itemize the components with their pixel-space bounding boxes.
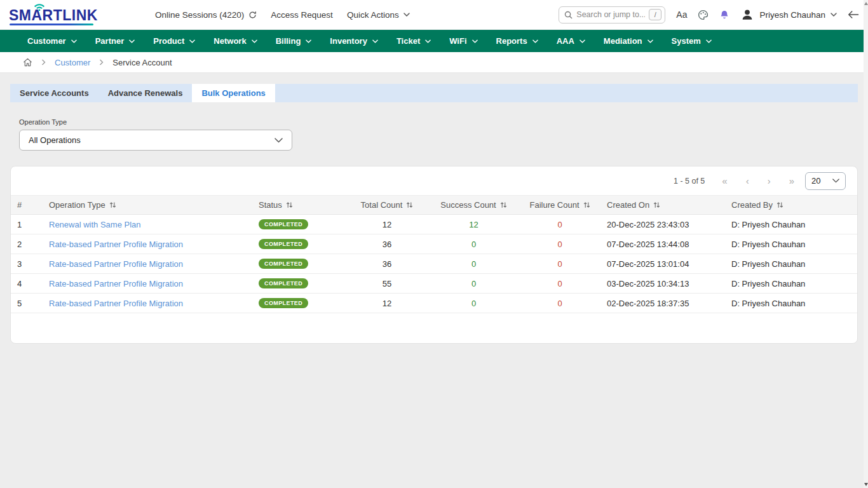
- pagination-range: 1 - 5 of 5: [674, 177, 705, 186]
- total-count-cell: 55: [346, 279, 428, 288]
- home-icon[interactable]: [23, 58, 32, 67]
- column-header[interactable]: Total Count: [346, 200, 428, 210]
- nav-item[interactable]: Inventory: [330, 36, 378, 46]
- operation-type-link[interactable]: Rate-based Partner Profile Migration: [49, 259, 183, 269]
- access-request-label: Access Request: [271, 10, 333, 20]
- next-page-button[interactable]: ›: [768, 176, 771, 186]
- first-page-button[interactable]: «: [722, 176, 727, 186]
- nav-item[interactable]: Reports: [496, 36, 538, 46]
- back-arrow-icon[interactable]: [848, 10, 859, 19]
- topbar-links: Online Sessions (4220) Access Request Qu…: [155, 10, 410, 20]
- operation-type-value: All Operations: [29, 135, 81, 145]
- column-header-label: Created By: [731, 200, 773, 210]
- table-toolbar: 1 - 5 of 5 « ‹ › » 20: [11, 166, 857, 195]
- status-badge: COMPLETED: [259, 259, 308, 269]
- nav-item[interactable]: Ticket: [397, 36, 431, 46]
- tab[interactable]: Service Accounts: [10, 84, 98, 102]
- operation-type-select[interactable]: All Operations: [19, 130, 292, 151]
- chevron-right-icon: [41, 59, 46, 65]
- theme-palette-icon[interactable]: [698, 10, 709, 20]
- row-number: 3: [11, 259, 43, 269]
- sort-icon[interactable]: [653, 201, 660, 208]
- nav-item[interactable]: System: [672, 36, 712, 46]
- quick-actions-menu[interactable]: Quick Actions: [347, 10, 410, 20]
- nav-item[interactable]: Partner: [95, 36, 135, 46]
- sort-icon[interactable]: [583, 201, 590, 208]
- operation-type-link[interactable]: Rate-based Partner Profile Migration: [49, 240, 183, 249]
- tab-label: Bulk Operations: [201, 88, 265, 98]
- operation-type-link[interactable]: Rate-based Partner Profile Migration: [49, 279, 183, 288]
- status-badge: COMPLETED: [259, 219, 308, 229]
- sort-icon[interactable]: [406, 201, 413, 208]
- operation-type-link[interactable]: Rate-based Partner Profile Migration: [49, 299, 183, 308]
- sort-icon[interactable]: [500, 201, 507, 208]
- created-on-cell: 07-Dec-2025 13:01:04: [600, 259, 725, 269]
- vertical-scrollbar[interactable]: [864, 0, 868, 488]
- nav-item-label: Inventory: [330, 36, 367, 46]
- nav-item-label: Customer: [27, 36, 66, 46]
- nav-item[interactable]: AAA: [557, 36, 585, 46]
- user-menu[interactable]: Priyesh Chauhan: [740, 8, 837, 22]
- main-nav: Customer Partner Product Network: [0, 30, 868, 52]
- status-badge: COMPLETED: [259, 278, 308, 288]
- column-header[interactable]: Created By: [725, 200, 857, 210]
- tab-label: Service Accounts: [20, 88, 89, 98]
- search-box[interactable]: /: [559, 6, 665, 24]
- column-header[interactable]: Created On: [600, 200, 725, 210]
- bulk-operations-card: 1 - 5 of 5 « ‹ › » 20 #: [10, 166, 858, 344]
- quick-actions-label: Quick Actions: [347, 10, 399, 20]
- column-header[interactable]: Operation Type: [43, 200, 252, 210]
- nav-item[interactable]: WiFi: [449, 36, 477, 46]
- nav-item-label: AAA: [557, 36, 574, 46]
- search-input[interactable]: [576, 10, 645, 19]
- chevron-down-icon: [372, 39, 378, 43]
- column-header[interactable]: Success Count: [428, 200, 519, 210]
- scroll-up-arrow[interactable]: [864, 2, 868, 5]
- created-on-cell: 07-Dec-2025 13:44:08: [600, 240, 725, 249]
- row-number: 5: [11, 299, 43, 308]
- nav-item[interactable]: Mediation: [604, 36, 653, 46]
- success-count-cell: 0: [428, 279, 519, 288]
- chevron-down-icon: [706, 39, 712, 43]
- online-sessions-link[interactable]: Online Sessions (4220): [155, 10, 257, 20]
- column-header[interactable]: Failure Count: [519, 200, 600, 210]
- notifications-bell-icon[interactable]: [719, 10, 729, 20]
- column-header[interactable]: #: [11, 200, 43, 210]
- nav-item[interactable]: Customer: [27, 36, 77, 46]
- breadcrumb-current: Service Account: [112, 58, 172, 67]
- text-size-button[interactable]: Aa: [676, 10, 687, 20]
- column-header[interactable]: Status: [252, 200, 346, 210]
- sort-icon[interactable]: [109, 201, 116, 208]
- chevron-down-icon: [472, 39, 478, 43]
- tab[interactable]: Advance Renewals: [98, 84, 193, 102]
- pagination-controls: « ‹ › »: [722, 176, 794, 186]
- online-sessions-label: Online Sessions (4220): [155, 10, 244, 20]
- table-row: 2 Rate-based Partner Profile Migration C…: [11, 234, 857, 254]
- sort-icon[interactable]: [776, 201, 783, 208]
- column-header-label: Total Count: [361, 200, 403, 210]
- nav-item[interactable]: Network: [214, 36, 257, 46]
- breadcrumb-customer[interactable]: Customer: [55, 58, 90, 67]
- nav-item[interactable]: Product: [153, 36, 195, 46]
- success-count-cell: 0: [428, 240, 519, 249]
- prev-page-button[interactable]: ‹: [746, 176, 749, 186]
- row-number: 1: [11, 220, 43, 229]
- page-size-select[interactable]: 20: [805, 172, 846, 190]
- smartlink-logo[interactable]: SMARTLINK: [9, 0, 118, 30]
- last-page-button[interactable]: »: [789, 176, 794, 186]
- created-by-cell: D: Priyesh Chauhan: [725, 279, 857, 288]
- success-count-cell: 0: [428, 299, 519, 308]
- operation-type-link[interactable]: Renewal with Same Plan: [49, 220, 141, 229]
- sort-icon[interactable]: [286, 201, 293, 208]
- failure-count-cell: 0: [519, 299, 600, 308]
- chevron-down-icon: [71, 39, 77, 43]
- scroll-down-arrow[interactable]: [864, 483, 868, 486]
- column-header-label: Created On: [607, 200, 649, 210]
- access-request-link[interactable]: Access Request: [271, 10, 333, 20]
- nav-item[interactable]: Billing: [276, 36, 312, 46]
- success-count-cell: 12: [428, 220, 519, 229]
- chevron-down-icon: [129, 39, 135, 43]
- search-shortcut-key: /: [649, 9, 661, 20]
- refresh-icon[interactable]: [248, 11, 257, 19]
- tab[interactable]: Bulk Operations: [192, 84, 275, 102]
